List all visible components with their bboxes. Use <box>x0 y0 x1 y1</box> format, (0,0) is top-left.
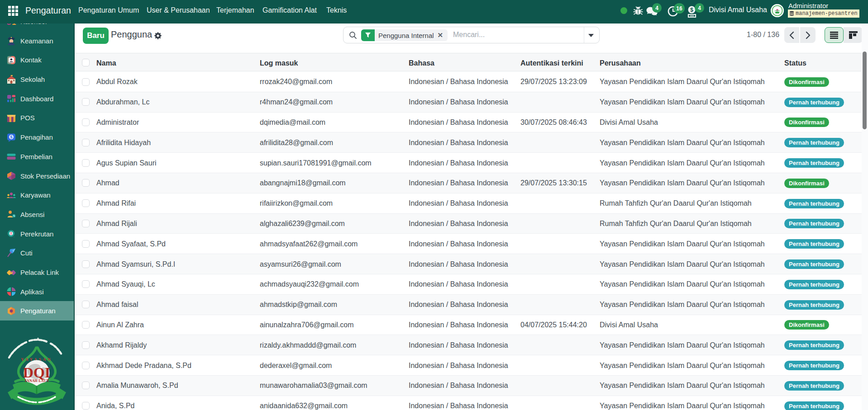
svg-text:$: $ <box>690 7 693 13</box>
svg-text:$: $ <box>10 134 13 139</box>
svg-text:DQI: DQI <box>23 364 50 381</box>
